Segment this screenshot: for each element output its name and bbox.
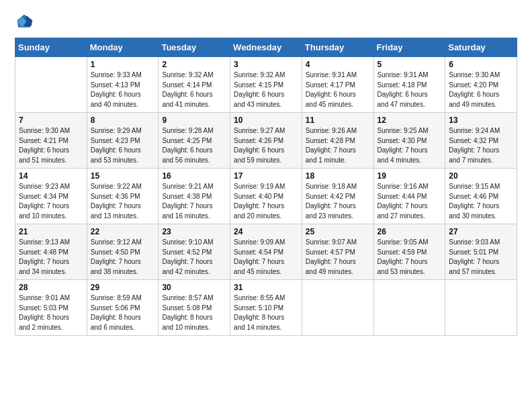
day-number: 4	[306, 60, 370, 69]
day-cell: 30Sunrise: 8:57 AM Sunset: 5:08 PM Dayli…	[159, 280, 230, 336]
day-number: 7	[19, 116, 83, 125]
day-number: 20	[449, 171, 513, 181]
week-row-2: 14Sunrise: 9:23 AM Sunset: 4:34 PM Dayli…	[15, 169, 517, 224]
week-row-3: 21Sunrise: 9:13 AM Sunset: 4:48 PM Dayli…	[15, 224, 517, 280]
day-cell: 24Sunrise: 9:09 AM Sunset: 4:54 PM Dayli…	[230, 224, 302, 280]
day-number: 9	[162, 116, 226, 125]
day-cell: 11Sunrise: 9:26 AM Sunset: 4:28 PM Dayli…	[302, 113, 373, 169]
week-row-1: 7Sunrise: 9:30 AM Sunset: 4:21 PM Daylig…	[15, 113, 517, 169]
day-info: Sunrise: 9:19 AM Sunset: 4:40 PM Dayligh…	[234, 182, 298, 221]
day-cell: 18Sunrise: 9:18 AM Sunset: 4:42 PM Dayli…	[302, 169, 373, 224]
day-info: Sunrise: 9:25 AM Sunset: 4:30 PM Dayligh…	[378, 126, 442, 165]
day-cell: 22Sunrise: 9:12 AM Sunset: 4:50 PM Dayli…	[87, 224, 159, 280]
day-info: Sunrise: 9:24 AM Sunset: 4:32 PM Dayligh…	[449, 126, 513, 165]
day-info: Sunrise: 9:16 AM Sunset: 4:44 PM Dayligh…	[378, 182, 442, 221]
day-info: Sunrise: 9:12 AM Sunset: 4:50 PM Dayligh…	[91, 238, 155, 277]
week-row-4: 28Sunrise: 9:01 AM Sunset: 5:03 PM Dayli…	[15, 280, 517, 336]
day-cell: 29Sunrise: 8:59 AM Sunset: 5:06 PM Dayli…	[87, 280, 159, 336]
day-info: Sunrise: 9:18 AM Sunset: 4:42 PM Dayligh…	[306, 182, 370, 221]
day-info: Sunrise: 9:31 AM Sunset: 4:18 PM Dayligh…	[378, 71, 442, 109]
day-info: Sunrise: 9:03 AM Sunset: 5:01 PM Dayligh…	[449, 238, 513, 277]
calendar-table: SundayMondayTuesdayWednesdayThursdayFrid…	[15, 38, 517, 336]
day-info: Sunrise: 8:59 AM Sunset: 5:06 PM Dayligh…	[91, 293, 155, 332]
week-row-0: 1Sunrise: 9:33 AM Sunset: 4:13 PM Daylig…	[15, 57, 517, 113]
header	[15, 12, 517, 31]
day-info: Sunrise: 9:09 AM Sunset: 4:54 PM Dayligh…	[234, 238, 298, 277]
col-header-saturday: Saturday	[445, 38, 517, 57]
day-cell: 2Sunrise: 9:32 AM Sunset: 4:14 PM Daylig…	[159, 57, 230, 113]
day-cell	[302, 280, 373, 336]
page: SundayMondayTuesdayWednesdayThursdayFrid…	[0, 0, 532, 344]
day-cell: 17Sunrise: 9:19 AM Sunset: 4:40 PM Dayli…	[230, 169, 302, 224]
day-cell: 10Sunrise: 9:27 AM Sunset: 4:26 PM Dayli…	[230, 113, 302, 169]
day-number: 8	[91, 116, 155, 125]
day-info: Sunrise: 8:55 AM Sunset: 5:10 PM Dayligh…	[234, 293, 298, 332]
day-info: Sunrise: 8:57 AM Sunset: 5:08 PM Dayligh…	[162, 293, 226, 332]
col-header-sunday: Sunday	[15, 38, 87, 57]
day-cell: 9Sunrise: 9:28 AM Sunset: 4:25 PM Daylig…	[159, 113, 230, 169]
day-cell: 3Sunrise: 9:32 AM Sunset: 4:15 PM Daylig…	[230, 57, 302, 113]
day-info: Sunrise: 9:21 AM Sunset: 4:38 PM Dayligh…	[162, 182, 226, 221]
day-number: 27	[449, 227, 513, 236]
day-cell: 12Sunrise: 9:25 AM Sunset: 4:30 PM Dayli…	[373, 113, 445, 169]
day-cell: 23Sunrise: 9:10 AM Sunset: 4:52 PM Dayli…	[159, 224, 230, 280]
day-number: 2	[162, 60, 226, 69]
day-number: 24	[234, 227, 298, 236]
day-info: Sunrise: 9:07 AM Sunset: 4:57 PM Dayligh…	[306, 238, 370, 277]
day-number: 23	[162, 227, 226, 236]
day-cell: 5Sunrise: 9:31 AM Sunset: 4:18 PM Daylig…	[373, 57, 445, 113]
day-info: Sunrise: 9:30 AM Sunset: 4:20 PM Dayligh…	[449, 71, 513, 109]
logo	[15, 12, 36, 31]
day-info: Sunrise: 9:26 AM Sunset: 4:28 PM Dayligh…	[306, 126, 370, 165]
day-cell: 1Sunrise: 9:33 AM Sunset: 4:13 PM Daylig…	[87, 57, 159, 113]
day-number: 19	[378, 171, 442, 181]
day-cell: 19Sunrise: 9:16 AM Sunset: 4:44 PM Dayli…	[373, 169, 445, 224]
day-cell: 8Sunrise: 9:29 AM Sunset: 4:23 PM Daylig…	[87, 113, 159, 169]
day-cell: 6Sunrise: 9:30 AM Sunset: 4:20 PM Daylig…	[445, 57, 517, 113]
day-number: 14	[19, 171, 83, 181]
day-number: 29	[91, 283, 155, 292]
day-cell: 31Sunrise: 8:55 AM Sunset: 5:10 PM Dayli…	[230, 280, 302, 336]
day-number: 1	[91, 60, 155, 69]
day-info: Sunrise: 9:27 AM Sunset: 4:26 PM Dayligh…	[234, 126, 298, 165]
day-cell	[373, 280, 445, 336]
day-number: 30	[162, 283, 226, 292]
day-info: Sunrise: 9:01 AM Sunset: 5:03 PM Dayligh…	[19, 293, 83, 332]
col-header-monday: Monday	[87, 38, 159, 57]
day-info: Sunrise: 9:22 AM Sunset: 4:36 PM Dayligh…	[91, 182, 155, 221]
day-cell: 13Sunrise: 9:24 AM Sunset: 4:32 PM Dayli…	[445, 113, 517, 169]
day-info: Sunrise: 9:15 AM Sunset: 4:46 PM Dayligh…	[449, 182, 513, 221]
day-cell: 15Sunrise: 9:22 AM Sunset: 4:36 PM Dayli…	[87, 169, 159, 224]
day-info: Sunrise: 9:31 AM Sunset: 4:17 PM Dayligh…	[306, 71, 370, 109]
day-info: Sunrise: 9:32 AM Sunset: 4:14 PM Dayligh…	[162, 71, 226, 109]
day-cell: 21Sunrise: 9:13 AM Sunset: 4:48 PM Dayli…	[15, 224, 87, 280]
day-cell: 26Sunrise: 9:05 AM Sunset: 4:59 PM Dayli…	[373, 224, 445, 280]
day-number: 13	[449, 116, 513, 125]
day-info: Sunrise: 9:32 AM Sunset: 4:15 PM Dayligh…	[234, 71, 298, 109]
logo-icon	[15, 12, 34, 31]
day-number: 18	[306, 171, 370, 181]
day-cell	[15, 57, 87, 113]
day-number: 16	[162, 171, 226, 181]
day-number: 17	[234, 171, 298, 181]
col-header-thursday: Thursday	[302, 38, 373, 57]
day-info: Sunrise: 9:33 AM Sunset: 4:13 PM Dayligh…	[91, 71, 155, 109]
day-number: 15	[91, 171, 155, 181]
col-header-friday: Friday	[373, 38, 445, 57]
day-info: Sunrise: 9:29 AM Sunset: 4:23 PM Dayligh…	[91, 126, 155, 165]
day-cell: 16Sunrise: 9:21 AM Sunset: 4:38 PM Dayli…	[159, 169, 230, 224]
day-number: 21	[19, 227, 83, 236]
day-cell: 27Sunrise: 9:03 AM Sunset: 5:01 PM Dayli…	[445, 224, 517, 280]
day-info: Sunrise: 9:30 AM Sunset: 4:21 PM Dayligh…	[19, 126, 83, 165]
day-number: 31	[234, 283, 298, 292]
day-number: 22	[91, 227, 155, 236]
day-info: Sunrise: 9:05 AM Sunset: 4:59 PM Dayligh…	[378, 238, 442, 277]
day-info: Sunrise: 9:13 AM Sunset: 4:48 PM Dayligh…	[19, 238, 83, 277]
day-number: 5	[378, 60, 442, 69]
day-number: 6	[449, 60, 513, 69]
day-cell: 25Sunrise: 9:07 AM Sunset: 4:57 PM Dayli…	[302, 224, 373, 280]
day-cell: 28Sunrise: 9:01 AM Sunset: 5:03 PM Dayli…	[15, 280, 87, 336]
day-number: 3	[234, 60, 298, 69]
day-cell: 7Sunrise: 9:30 AM Sunset: 4:21 PM Daylig…	[15, 113, 87, 169]
day-number: 11	[306, 116, 370, 125]
